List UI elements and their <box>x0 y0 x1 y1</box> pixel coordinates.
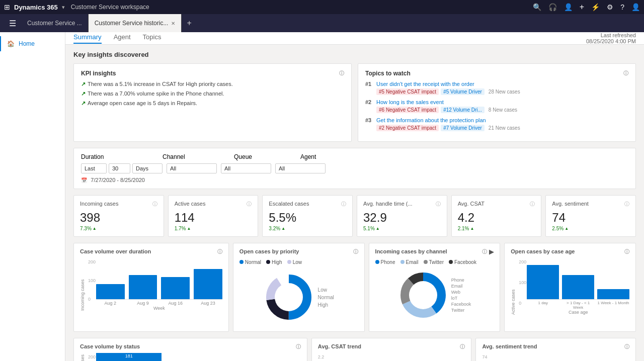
donut-chart-area: Low Normal High <box>239 268 358 326</box>
duration-label: Duration <box>81 153 146 160</box>
priority-legend: Normal High Low <box>239 259 358 265</box>
bar-aug23 <box>194 269 222 299</box>
tab-agent[interactable]: Agent <box>114 33 131 44</box>
settings-icon[interactable]: ⚙ <box>607 3 613 11</box>
last-refreshed: Last refreshed 08/25/2020 4:00 PM <box>586 32 636 44</box>
kpi-escalated-cases: Escalated cases ⓘ 5.5% 3.2% ▲ <box>262 195 353 237</box>
filters-row: Duration Channel Queue Agent Last 30 <box>73 148 636 189</box>
user-icon[interactable]: 👤 <box>631 3 640 11</box>
tab-label-2: Customer Service historic... <box>95 20 169 27</box>
donut-labels: Low Normal High <box>318 287 334 308</box>
duration-preset-select[interactable]: Last <box>81 163 107 173</box>
active-delta-arrow: ▲ <box>187 226 191 231</box>
open-priority-title: Open cases by priority ⓘ <box>239 248 358 255</box>
status-bar-1: 181 <box>96 353 162 361</box>
tab-summary[interactable]: Summary <box>73 33 102 44</box>
duration-group: Last 30 Days <box>81 163 163 173</box>
kpi-insights-info-icon[interactable]: ⓘ <box>339 70 344 77</box>
app-chevron[interactable]: ▾ <box>62 4 65 11</box>
incoming-delta-arrow: ▲ <box>93 226 97 231</box>
kpi-csat-info[interactable]: ⓘ <box>530 201 535 208</box>
add-icon[interactable]: + <box>580 3 584 12</box>
kpi-active-info[interactable]: ⓘ <box>247 201 252 208</box>
tab-close-icon[interactable]: ✕ <box>171 21 175 26</box>
open-priority-info[interactable]: ⓘ <box>353 248 358 255</box>
grid-icon: ⊞ <box>4 3 10 11</box>
sentiment-trend-info[interactable]: ⓘ <box>624 343 629 350</box>
kpi-escalated-info[interactable]: ⓘ <box>341 201 346 208</box>
bar-aug9 <box>129 275 157 299</box>
top-nav-bar: ⊞ Dynamics 365 ▾ Customer Service worksp… <box>0 0 644 14</box>
sentiment-trend-title: Avg. sentiment trend ⓘ <box>482 343 629 350</box>
hamburger-icon[interactable]: ☰ <box>4 14 21 32</box>
status-info[interactable]: ⓘ <box>296 343 301 350</box>
duration-value-select[interactable]: 30 <box>109 163 130 173</box>
csat-trend-info[interactable]: ⓘ <box>460 343 465 350</box>
channel-select[interactable]: All <box>167 163 217 173</box>
topic-count-1: 28 New cases <box>489 89 520 95</box>
tab-customer-service[interactable]: Customer Service ... <box>21 14 89 32</box>
case-age-y-label: Active cases <box>511 259 516 315</box>
kpi-active-value: 114 <box>175 211 252 225</box>
incoming-by-channel-chart: Incoming cases by channel ⓘ ▶ Phone Emai… <box>369 243 501 332</box>
donut-svg <box>264 272 314 322</box>
tab-topics[interactable]: Topics <box>143 33 162 44</box>
csat-delta-arrow: ▲ <box>470 226 474 231</box>
queue-label: Queue <box>234 153 284 160</box>
kpi-sentiment-info[interactable]: ⓘ <box>624 201 629 208</box>
topic-tags-2: #6 Negative CSAT impact #12 Volume Dri..… <box>376 107 628 113</box>
status-y-axis: 200 100 <box>88 354 96 361</box>
channel-info[interactable]: ⓘ <box>482 248 487 255</box>
workspace-label: Customer Service workspace <box>71 4 149 11</box>
filter-controls: Last 30 Days All All <box>81 163 628 173</box>
bar-1month-rect <box>597 289 629 299</box>
top-nav-icons: 🔍 🎧 👤 + ⚡ ⚙ ? 👤 <box>533 3 640 12</box>
queue-select[interactable]: All <box>221 163 271 173</box>
topics-info-icon[interactable]: ⓘ <box>623 70 628 77</box>
help-icon[interactable]: ? <box>620 3 624 11</box>
search-icon[interactable]: 🔍 <box>533 3 541 11</box>
tag-neg-csat-1: #5 Negative CSAT impact <box>376 88 439 95</box>
kpi-incoming-delta: 7.3% ▲ <box>80 226 157 231</box>
duration-unit-select[interactable]: Days <box>132 163 163 173</box>
key-insights-title: Key insights discovered <box>73 51 636 58</box>
case-volume-x-label: Week <box>96 306 222 311</box>
tab-historic[interactable]: Customer Service historic... ✕ <box>89 14 182 32</box>
kpi-escalated-delta: 3.2% ▲ <box>269 226 346 231</box>
tab-add-button[interactable]: + <box>182 14 196 32</box>
sidebar-item-home[interactable]: 🏠 Home <box>0 36 65 51</box>
age-x-labels: 1 day > 1 Day - < 1 Week 1 Week - 1 Mont… <box>527 301 629 310</box>
kpi-sentiment: Avg. sentiment ⓘ 74 2.5% ▲ <box>545 195 636 237</box>
case-age-title: Open cases by case age ⓘ <box>511 248 629 255</box>
kpi-insights-title: KPI insights ⓘ <box>81 70 344 77</box>
last-refreshed-label: Last refreshed <box>586 32 636 38</box>
channel-legend: Phone Email Twitter Facebook <box>375 259 494 265</box>
bar-aug16-rect <box>161 277 190 299</box>
agent-select[interactable]: All <box>275 163 326 173</box>
charts-row-1: Case volume over duration ⓘ Incoming cas… <box>73 243 636 332</box>
topic-link-3[interactable]: Get the information about the protection… <box>376 117 628 123</box>
topic-count-3: 21 New cases <box>489 125 520 131</box>
open-by-priority-chart: Open cases by priority ⓘ Normal High Low <box>233 243 365 332</box>
topic-row-3: #3 Get the information about the protect… <box>365 117 628 131</box>
profile-icon[interactable]: 👤 <box>564 3 573 11</box>
channel-labels: Phone Email Web loT Facebook Twitter <box>451 278 471 313</box>
arrow-icon-1: ↗ <box>81 81 86 87</box>
svg-point-8 <box>409 281 437 309</box>
kpi-incoming-info[interactable]: ⓘ <box>152 201 157 208</box>
status-y-label: Incoming cases <box>80 354 85 361</box>
case-age-info[interactable]: ⓘ <box>624 248 629 255</box>
dashboard: Key insights discovered KPI insights ⓘ ↗… <box>65 45 644 361</box>
tab-bar: ☰ Customer Service ... Customer Service … <box>0 14 644 32</box>
kpi-insight-3: ↗ Average open case age is 5 days in Rep… <box>81 100 344 107</box>
case-volume-info[interactable]: ⓘ <box>217 248 222 255</box>
channel-nav-icon[interactable]: ▶ <box>489 248 494 255</box>
kpi-handle-info[interactable]: ⓘ <box>436 201 441 208</box>
filter-icon[interactable]: ⚡ <box>591 3 600 11</box>
kpi-insights-card: KPI insights ⓘ ↗ There was a 5.1% increa… <box>73 63 352 142</box>
headset-icon[interactable]: 🎧 <box>548 3 557 11</box>
topic-link-1[interactable]: User didn't get the receipt with the ord… <box>376 81 628 87</box>
case-volume-status-chart: Case volume by status ⓘ Incoming cases 2… <box>73 338 307 361</box>
kpi-sentiment-title: Avg. sentiment ⓘ <box>552 201 629 208</box>
topic-link-2[interactable]: How long is the sales event <box>376 99 628 105</box>
